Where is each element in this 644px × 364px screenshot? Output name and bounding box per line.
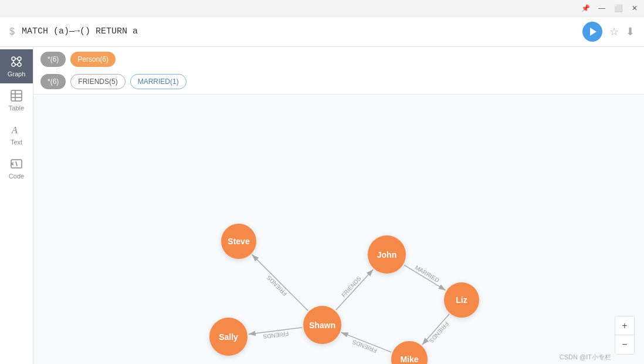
sidebar-item-table[interactable]: Table <box>0 83 33 117</box>
sidebar-item-code[interactable]: Code <box>0 151 33 186</box>
sidebar-table-label: Table <box>9 105 24 112</box>
node-mike[interactable]: Mike <box>391 341 428 364</box>
svg-text:FRIENDS: FRIENDS <box>428 321 450 344</box>
all-edges-badge[interactable]: *(6) <box>40 74 66 89</box>
svg-point-2 <box>12 63 15 66</box>
query-text[interactable]: MATCH (a)—→() RETURN a <box>22 26 575 36</box>
person-badge[interactable]: Person(6) <box>70 52 116 67</box>
watermark: CSDN @IT小专栏 <box>560 353 611 362</box>
svg-point-1 <box>18 57 21 60</box>
sidebar-text-label: Text <box>11 139 22 146</box>
filter-bar-row1: *(6) Person(6) *(6) FRIENDS(5) MARRIED(1… <box>33 47 644 95</box>
download-button[interactable]: ⬇ <box>626 25 635 38</box>
close-icon[interactable]: ✕ <box>630 4 639 13</box>
sidebar-code-label: Code <box>9 173 24 180</box>
svg-line-16 <box>16 161 17 166</box>
zoom-controls: + − <box>615 316 635 355</box>
svg-text:MARRIED: MARRIED <box>414 264 440 284</box>
node-john[interactable]: John <box>368 235 406 274</box>
graph-canvas: FRIENDSFRIENDSMARRIEDFRIENDSFRIENDSFRIEN… <box>33 95 644 364</box>
graph-icon <box>10 55 23 68</box>
code-icon <box>10 157 23 170</box>
main-layout: Graph Table A Text <box>0 47 644 364</box>
query-dollar: $ <box>9 26 15 37</box>
svg-text:FRIENDS: FRIENDS <box>265 274 288 297</box>
node-liz[interactable]: Liz <box>444 282 479 318</box>
query-bar: $ MATCH (a)—→() RETURN a ☆ ⬇ <box>0 16 644 47</box>
title-bar: 📌 — ⬜ ✕ <box>0 0 644 16</box>
svg-text:A: A <box>11 125 18 135</box>
svg-line-28 <box>422 314 449 345</box>
svg-line-22 <box>404 265 446 290</box>
sidebar-graph-label: Graph <box>8 70 26 77</box>
sidebar-item-text[interactable]: A Text <box>0 117 33 151</box>
svg-point-0 <box>12 57 15 60</box>
pin-icon[interactable]: 📌 <box>581 4 590 13</box>
svg-text:FRIENDS: FRIENDS <box>340 275 362 298</box>
run-button[interactable] <box>582 22 602 42</box>
all-nodes-badge[interactable]: *(6) <box>40 52 66 67</box>
married-badge[interactable]: MARRIED(1) <box>130 74 187 89</box>
node-filter-row: *(6) Person(6) <box>40 49 637 69</box>
svg-text:FRIENDS: FRIENDS <box>263 331 289 340</box>
content-area: *(6) Person(6) *(6) FRIENDS(5) MARRIED(1… <box>33 47 644 364</box>
node-sally[interactable]: Sally <box>209 318 248 356</box>
svg-line-20 <box>336 269 373 310</box>
friends-badge[interactable]: FRIENDS(5) <box>70 74 125 89</box>
star-button[interactable]: ☆ <box>609 25 619 38</box>
maximize-icon[interactable]: ⬜ <box>614 4 623 13</box>
svg-point-3 <box>18 63 21 66</box>
node-shawn[interactable]: Shawn <box>303 306 341 344</box>
node-steve[interactable]: Steve <box>221 224 256 259</box>
svg-text:FRIENDS: FRIENDS <box>351 339 378 354</box>
minimize-icon[interactable]: — <box>597 4 606 13</box>
zoom-in-button[interactable]: + <box>615 316 634 335</box>
svg-line-24 <box>249 328 303 334</box>
text-icon: A <box>10 123 23 136</box>
svg-line-18 <box>252 255 308 311</box>
sidebar-item-graph[interactable]: Graph <box>0 49 33 83</box>
edge-filter-row: *(6) FRIENDS(5) MARRIED(1) <box>40 72 637 92</box>
svg-rect-8 <box>11 90 22 101</box>
sidebar: Graph Table A Text <box>0 47 33 364</box>
table-icon <box>10 89 23 102</box>
svg-line-26 <box>341 332 392 352</box>
zoom-out-button[interactable]: − <box>615 335 634 354</box>
